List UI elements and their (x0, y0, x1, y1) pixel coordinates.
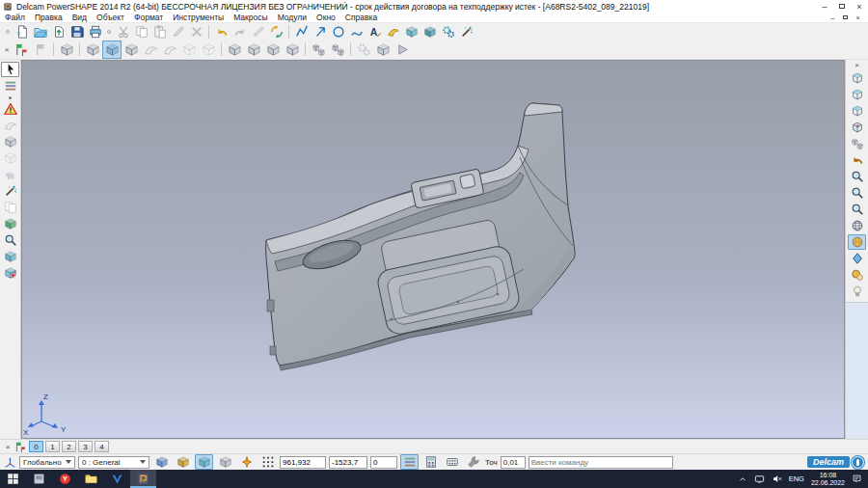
delete-button[interactable] (187, 24, 205, 40)
workplane-combo[interactable]: Глобально (19, 456, 75, 469)
menu-file[interactable]: Файл (0, 13, 30, 22)
taskbar-app-window[interactable] (26, 470, 52, 488)
open-model-button[interactable] (31, 24, 49, 40)
iso-view-3-button[interactable] (848, 103, 866, 119)
solid-limit-2-button[interactable] (199, 41, 218, 59)
redo-button[interactable] (231, 24, 249, 40)
keypad-button[interactable] (443, 454, 461, 470)
tab-row-close-button[interactable]: × (3, 443, 13, 451)
menu-window[interactable]: Окно (312, 13, 340, 22)
convert-wireframe-button[interactable] (267, 24, 285, 40)
maximize-button[interactable] (833, 1, 851, 13)
solid-cluster-1-button[interactable] (309, 41, 328, 59)
mesh-doctor-button[interactable] (1, 101, 19, 117)
solid-cluster-2-button[interactable] (328, 41, 347, 59)
cut-button[interactable] (114, 24, 132, 40)
create-curve-button[interactable] (347, 24, 366, 40)
menu-object[interactable]: Объект (92, 13, 129, 22)
hidden-icons-caret-icon[interactable] (738, 474, 747, 484)
headlight-button[interactable] (848, 284, 866, 299)
display-icon[interactable] (754, 474, 765, 484)
window-list-icon[interactable] (14, 441, 27, 453)
solid-view-button[interactable] (1, 249, 19, 264)
create-arrow-button[interactable] (311, 24, 329, 40)
start-button[interactable] (0, 470, 26, 488)
solid-block-4-button[interactable] (283, 41, 302, 59)
solid-flag-button[interactable] (31, 41, 50, 59)
grid-button[interactable] (258, 454, 277, 470)
workplane-off-button[interactable] (216, 454, 234, 470)
tools-button[interactable] (464, 454, 482, 470)
menu-view[interactable]: Вид (68, 13, 92, 22)
solid-cursor-button[interactable] (122, 41, 141, 59)
new-document-button[interactable] (13, 24, 31, 40)
smoothing-button[interactable] (1, 118, 19, 133)
solid-limit-1-button[interactable] (179, 41, 199, 59)
solid-play-button[interactable] (393, 41, 412, 59)
tolerance-value[interactable]: 0,01 (501, 456, 526, 469)
menu-format[interactable]: Формат (129, 13, 168, 22)
close-button[interactable]: × (851, 1, 868, 13)
view-rail-close-button[interactable]: × (853, 61, 862, 69)
taskbar-clock[interactable]: 16:08 22.06.2022 (811, 472, 845, 487)
wizard-wand-button[interactable] (457, 24, 475, 40)
surface-trim-button[interactable] (141, 41, 160, 59)
select-cursor-button[interactable] (1, 62, 19, 77)
shaded-wire-view-button[interactable] (848, 267, 866, 283)
notifications-icon[interactable] (852, 474, 862, 484)
minimize-button[interactable]: – (816, 1, 833, 13)
create-feature-button[interactable] (420, 24, 439, 40)
mdi-restore-button[interactable] (839, 14, 852, 22)
solid-flags-button[interactable] (12, 41, 31, 59)
intelligent-cursor-button[interactable] (237, 454, 256, 470)
solid-gears-button[interactable] (354, 41, 373, 59)
blend-button[interactable] (1, 134, 19, 149)
iso-view-2-button[interactable] (848, 87, 866, 102)
command-input[interactable] (529, 456, 673, 469)
solid-active-select-button[interactable] (102, 41, 122, 59)
undo-button[interactable] (212, 24, 231, 40)
volume-muted-icon[interactable] (772, 474, 782, 484)
window-tab-2[interactable]: 2 (62, 441, 76, 452)
dynamic-sectioning-button[interactable] (848, 251, 866, 266)
menu-tools[interactable]: Инструменты (168, 13, 229, 22)
levels-button[interactable] (400, 454, 419, 470)
model-viewport[interactable]: Z Y X (21, 60, 845, 439)
menu-modules[interactable]: Модули (273, 13, 312, 22)
solid-block-2-button[interactable] (244, 41, 263, 59)
sculpt-button[interactable] (1, 167, 19, 182)
mdi-close-button[interactable]: × (852, 14, 864, 22)
workplane-blue-button[interactable] (152, 454, 171, 470)
language-indicator[interactable]: ENG (789, 474, 804, 483)
coord-z-input[interactable] (370, 456, 397, 469)
edit-pencil-button[interactable] (249, 24, 267, 40)
window-tab-0[interactable]: 0 (29, 441, 43, 452)
window-tab-3[interactable]: 3 (78, 441, 93, 452)
paste-button[interactable] (150, 24, 169, 40)
zoom-full-button[interactable] (848, 185, 866, 201)
wrap-button[interactable] (1, 200, 19, 215)
format-edit-button[interactable] (169, 24, 187, 40)
window-tab-4[interactable]: 4 (95, 441, 109, 452)
toolbar-grip[interactable] (6, 30, 10, 34)
window-tab-1[interactable]: 1 (45, 441, 60, 452)
create-solid-button[interactable] (402, 24, 420, 40)
solid-block-3-button[interactable] (263, 41, 283, 59)
create-line-button[interactable] (292, 24, 311, 40)
create-surface-button[interactable] (384, 24, 402, 40)
create-arc-button[interactable] (329, 24, 347, 40)
taskbar-v-app[interactable] (104, 470, 130, 488)
view-cube-button[interactable] (848, 120, 866, 135)
solid-inspect-button[interactable] (1, 232, 19, 248)
shaded-view-button[interactable] (848, 234, 866, 250)
model-fix-button[interactable] (1, 265, 19, 281)
print-button[interactable] (86, 24, 104, 40)
taskbar-file-explorer[interactable] (78, 470, 104, 488)
view-undo-button[interactable] (848, 152, 866, 168)
coord-y-input[interactable] (329, 456, 367, 469)
calculator-button[interactable] (421, 454, 440, 470)
model-tools-button[interactable] (1, 78, 19, 94)
solid-block-1-button[interactable] (225, 41, 244, 59)
iso-view-1-button[interactable] (848, 70, 866, 86)
wireframe-view-button[interactable] (848, 218, 866, 233)
